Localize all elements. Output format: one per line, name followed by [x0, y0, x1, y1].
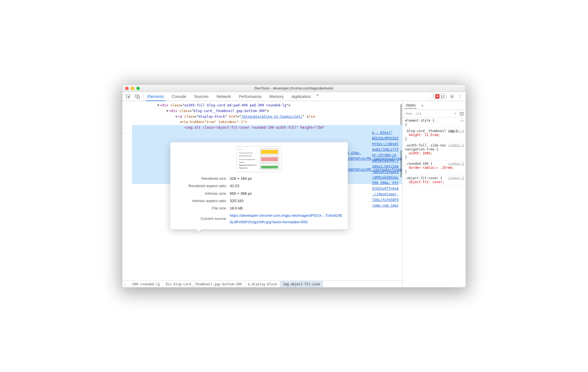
traffic-lights — [125, 87, 140, 90]
inspect-icon[interactable] — [126, 94, 131, 99]
close-icon[interactable] — [125, 87, 129, 90]
tooltip-value: 18.0 kB — [230, 204, 343, 211]
tab-console[interactable]: Console — [168, 92, 190, 101]
device-toolbar-icon[interactable] — [135, 94, 140, 99]
window-titlebar: DevTools - developer.chrome.com/tags/dev… — [122, 85, 466, 92]
rule-body: border-radius:▸ .25rem; — [409, 166, 454, 170]
srcset-frag: 4v82/lE6LiflF — [372, 147, 399, 153]
tab-styles[interactable]: Styles — [404, 102, 417, 109]
rule-body: object-fit: cover; — [409, 180, 444, 184]
error-counter[interactable]: ✕12 — [433, 94, 446, 99]
srcset-frag: 58FOUlg1rMV.j — [372, 158, 399, 164]
devtools-window: DevTools - developer.chrome.com/tags/dev… — [122, 84, 466, 288]
rule-body: width: 100%; — [409, 151, 432, 155]
svg-point-4 — [451, 96, 452, 97]
tab-application[interactable]: Application — [288, 92, 315, 101]
styles-filter-row: :hov .cls ＋ — [403, 110, 466, 117]
srcset-frag: BEhZgLQPGtEG3 — [372, 136, 399, 141]
rule-selector: element.style — [405, 119, 432, 122]
rule-source[interactable]: (index):1 — [448, 176, 464, 180]
breadcrumb-bar: … -300.rounded-lg div.blog-card__thumbna… — [122, 281, 403, 287]
attr-trail: aria-hidden="true" tabindex="-1"> — [180, 120, 247, 124]
more-tabs-icon[interactable]: » — [315, 92, 320, 98]
style-rule[interactable]: AA element.style { } — [403, 117, 466, 128]
tab-network[interactable]: Network — [213, 92, 235, 101]
dom-tree[interactable]: ··· ▼<div class="width-full blog-card md… — [122, 101, 403, 281]
rule-source[interactable]: (index):1 — [448, 162, 464, 165]
mini-block-icon — [260, 149, 279, 155]
filter-hov[interactable]: :hov — [404, 112, 412, 115]
class-value: blog-card__thumbnail gap-bottom-300 — [194, 109, 265, 113]
tooltip-value-link[interactable]: https://developer-chrome-com.imgix.net/i… — [230, 211, 343, 225]
breadcrumb-item-active[interactable]: img.object-fit-cove — [280, 281, 323, 287]
gear-icon[interactable] — [449, 94, 454, 99]
thumb-line: DevTools architecture refresh: — [239, 158, 258, 164]
style-rule[interactable]: (index):1 .width-full, side-nav navigati… — [403, 142, 466, 161]
tooltip-value: 325∶183 — [230, 197, 343, 204]
zoom-icon[interactable] — [136, 87, 140, 90]
srcset-frag: imgix.net/ima — [372, 164, 399, 169]
style-rule[interactable]: (index):1 .blog-card__thumbnail img { he… — [403, 128, 466, 142]
breadcrumb-item[interactable]: a.display-block — [245, 281, 280, 287]
styles-sidebar: Styles » :hov .cls ＋ AA element.style { … — [403, 101, 466, 287]
mini-block-icon — [260, 163, 279, 170]
tab-sources[interactable]: Sources — [190, 92, 213, 101]
breadcrumb-item[interactable]: div.blog-card__thumbnail.gap-bottom-300 — [163, 281, 245, 287]
tab-memory[interactable]: Memory — [266, 92, 288, 101]
srcset-frag: w - 82px)" — [372, 130, 399, 136]
tooltip-value: 41∶23 — [230, 182, 343, 189]
style-rule[interactable]: (index):1 .rounded-100 { border-radius:▸… — [403, 161, 466, 175]
kebab-icon[interactable]: ⋮ — [457, 94, 463, 99]
href-value[interactable]: /blog/migrating-to-typescript/ — [241, 115, 302, 119]
tab-elements[interactable]: Elements — [143, 92, 168, 101]
class-value: display-block — [198, 115, 225, 119]
gutter-ellipsis-icon[interactable]: ··· — [123, 131, 131, 136]
error-count: 12 — [441, 94, 445, 99]
tooltip-label: Intrinsic aspect ratio: — [175, 197, 230, 204]
srcset-frag: 296 296w, htt — [372, 180, 399, 186]
sidebar-toggle-icon[interactable] — [459, 111, 464, 116]
srcset-frag: ?auto=format& — [372, 169, 399, 175]
devtools-toolbar: Elements Console Sources Network Perform… — [122, 92, 466, 101]
breadcrumb-ellipsis-icon[interactable]: … — [122, 282, 128, 286]
img-open: <img alt class="object-fit-cover rounded… — [184, 126, 325, 130]
panel-tabs: Elements Console Sources Network Perform… — [143, 92, 320, 101]
style-rules: AA element.style { } (index):1 .blog-car… — [403, 117, 466, 287]
breadcrumb-item[interactable]: -300.rounded-lg — [128, 281, 163, 287]
image-hover-tooltip: ● ● ● Chrome DevTools engineering blog D… — [170, 142, 348, 229]
mini-block-icon — [260, 156, 279, 162]
style-rule[interactable]: (index):1 .object-fit-cover { object-fit… — [403, 175, 466, 185]
thumbnail-preview: ● ● ● Chrome DevTools engineering blog D… — [236, 146, 282, 172]
srcset-frag: er-chrome-co — [372, 152, 399, 158]
thumb-line: Migrating DevTools to Typescript — [239, 164, 258, 170]
more-sidetabs-icon[interactable]: » — [419, 103, 425, 108]
thumb-line: Chrome DevTools engineering blog — [239, 152, 258, 157]
fonts-icon[interactable]: AA — [460, 119, 465, 123]
srcset-frag: https://devel — [372, 141, 399, 147]
tab-performance[interactable]: Performance — [235, 92, 265, 101]
window-title: DevTools - developer.chrome.com/tags/dev… — [122, 86, 466, 90]
class-value: width-full blog-card md:pad-400 pad-300 … — [185, 103, 286, 107]
srcset-frag: GtEG3y0fTn4v8 — [372, 186, 399, 192]
tooltip-label: File size: — [175, 204, 230, 211]
rule-source[interactable]: (index):1 — [448, 143, 464, 147]
rule-selector: .rounded-100 — [405, 162, 430, 166]
rule-selector: .object-fit-cover — [405, 176, 440, 180]
rule-selector: .width-full, side-nav navigation-tree — [405, 143, 446, 151]
elements-panel: ··· ▼<div class="width-full blog-card md… — [122, 101, 403, 287]
tooltip-label: Intrinsic size: — [175, 189, 230, 197]
srcset-frag: /dPDCek3EhZgL — [372, 175, 399, 181]
srcset-frag: ://developer- — [372, 192, 399, 197]
tooltip-value: 650 × 366 px — [230, 189, 343, 197]
filter-cls[interactable]: .cls — [414, 112, 422, 115]
srcset-frag: lE6LifLFe58FO — [372, 197, 399, 203]
rule-body: height: 11.5rem; — [409, 133, 440, 137]
svg-rect-2 — [137, 96, 139, 99]
rule-source[interactable]: (index):1 — [448, 129, 464, 132]
tooltip-value: 328 × 184 px — [230, 174, 343, 182]
minimize-icon[interactable] — [131, 87, 134, 90]
srcset-frag: rome-com.imgi — [372, 203, 399, 209]
tooltip-label: Current source: — [175, 211, 230, 225]
tooltip-label: Rendered size: — [175, 174, 230, 182]
new-rule-icon[interactable]: ＋ — [454, 111, 457, 116]
